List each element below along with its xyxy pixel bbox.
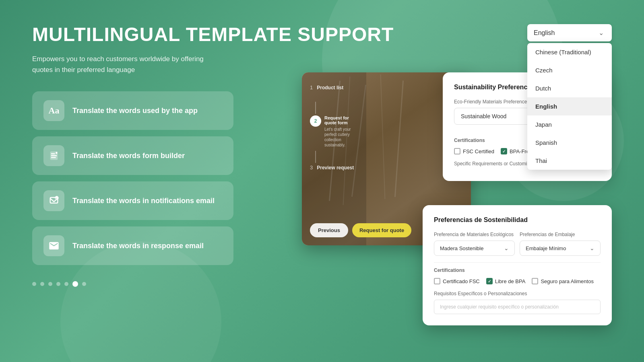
svg-rect-1 <box>51 153 55 154</box>
form-icon <box>48 150 60 161</box>
language-dropdown[interactable]: English ⌄ Chinese (Traditional) Czech Du… <box>527 24 612 41</box>
feature-card-form-builder: Translate the words form builder <box>32 136 233 175</box>
lang-option-english[interactable]: English <box>527 97 612 115</box>
feature-card-notifications: ! Translate the words in notifications e… <box>32 181 233 220</box>
email-icon <box>48 240 60 251</box>
dot-3[interactable] <box>48 282 52 286</box>
dot-7[interactable] <box>82 282 86 286</box>
selected-language-label: English <box>534 29 555 37</box>
language-menu[interactable]: Chinese (Traditional) Czech Dutch Englis… <box>527 43 612 170</box>
page-title: MULTILINGUAL TEMPLATE SUPPORT <box>32 24 612 45</box>
dot-2[interactable] <box>40 282 44 286</box>
feature-card-app-words: Aa Translate the words used by the app <box>32 91 233 130</box>
feature-text-form-builder: Translate the words form builder <box>72 151 185 161</box>
dot-4[interactable] <box>56 282 60 286</box>
feature-text-response-email: Translate the words in response email <box>72 241 204 251</box>
form-icon-container <box>43 145 64 166</box>
notification-icon-container: ! <box>43 190 64 211</box>
chevron-down-icon: ⌄ <box>599 29 604 37</box>
svg-text:!: ! <box>56 197 56 200</box>
lang-option-dutch[interactable]: Dutch <box>527 79 612 97</box>
svg-rect-3 <box>51 157 56 158</box>
svg-rect-4 <box>56 152 58 154</box>
notification-icon: ! <box>48 195 60 206</box>
lang-option-spanish[interactable]: Spanish <box>527 134 612 152</box>
page-subtitle: Empowers you to reach customers worldwid… <box>32 53 225 75</box>
dot-5[interactable] <box>64 282 68 286</box>
pagination-dots <box>32 281 612 287</box>
font-icon-container: Aa <box>43 100 64 121</box>
lang-option-chinese-traditional[interactable]: Chinese (Traditional) <box>527 43 612 61</box>
svg-rect-2 <box>51 155 57 156</box>
feature-card-response-email: Translate the words in response email <box>32 226 233 265</box>
dot-6-active[interactable] <box>72 281 78 287</box>
feature-text-notifications: Translate the words in notifications ema… <box>72 196 215 206</box>
lang-option-japan[interactable]: Japan <box>527 115 612 134</box>
features-list: Aa Translate the words used by the app T… <box>32 91 233 265</box>
feature-text-app-words: Translate the words used by the app <box>72 106 198 116</box>
lang-option-thai[interactable]: Thai <box>527 152 612 170</box>
language-select-button[interactable]: English ⌄ <box>527 24 612 41</box>
lang-option-czech[interactable]: Czech <box>527 61 612 79</box>
dot-1[interactable] <box>32 282 36 286</box>
email-icon-container <box>43 235 64 256</box>
